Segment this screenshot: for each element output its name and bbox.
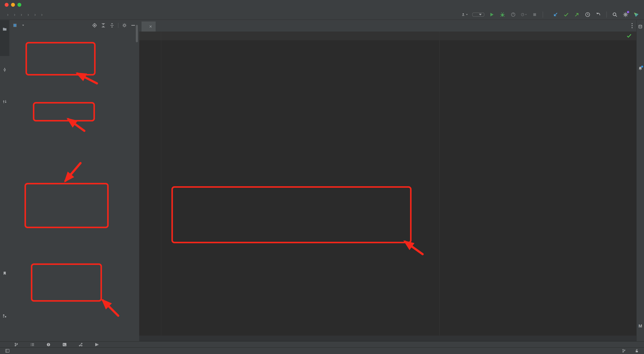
database-icon	[638, 25, 643, 29]
toolwindow-git[interactable]	[14, 342, 20, 347]
pull-requests-icon	[2, 99, 7, 104]
expand-all-icon[interactable]	[100, 23, 106, 28]
editor	[139, 20, 636, 341]
sidebar-item-structure[interactable]	[0, 311, 10, 318]
tool-window-bar	[0, 341, 644, 348]
layout-icon[interactable]	[5, 348, 10, 353]
settings-badge	[627, 11, 629, 13]
sidebar-item-bookmarks[interactable]	[0, 271, 10, 278]
search-icon[interactable]	[612, 11, 618, 18]
gutter-divider	[161, 32, 161, 335]
todo-list-icon	[30, 342, 34, 347]
gear-icon[interactable]	[122, 23, 127, 28]
services-icon	[94, 342, 99, 347]
inspections-ok-icon[interactable]	[626, 33, 632, 39]
sidebar-item-commit[interactable]	[0, 65, 10, 72]
main-area: M	[0, 20, 644, 341]
breadcrumb-separator: ›	[34, 12, 36, 17]
toolwindow-endpoints[interactable]	[78, 342, 85, 347]
toolbar-divider	[606, 12, 607, 18]
toolwindow-problems[interactable]	[46, 342, 53, 347]
coverage-button[interactable]	[510, 11, 516, 18]
header-divider	[118, 23, 118, 28]
window-title	[0, 0, 644, 10]
problems-icon	[46, 342, 51, 347]
sidebar-item-notifications[interactable]	[636, 66, 644, 73]
current-line-highlight	[139, 32, 636, 40]
title-bar	[0, 0, 644, 10]
project-panel-header	[10, 20, 139, 31]
breadcrumb-separator: ›	[7, 12, 8, 17]
debug-button[interactable]	[499, 11, 506, 18]
rollback-icon[interactable]	[595, 11, 602, 18]
code-area[interactable]	[139, 32, 636, 335]
make-icon: M	[638, 323, 642, 329]
sidebar-item-make[interactable]: M	[636, 323, 644, 331]
endpoints-icon	[78, 342, 83, 347]
editor-breadcrumb-bar[interactable]	[139, 335, 636, 341]
right-tool-stripe: M	[636, 20, 644, 341]
sidebar-item-project[interactable]	[0, 25, 10, 32]
right-margin-guide	[440, 32, 440, 335]
notifications-bell-icon	[638, 66, 643, 71]
sidebar-item-database[interactable]	[636, 25, 644, 31]
goland-window: › › › › › ›	[0, 0, 644, 354]
project-folder-icon	[2, 27, 7, 32]
user-icon[interactable]	[462, 11, 468, 18]
tree-scrollbar[interactable]	[136, 25, 138, 42]
toolwindow-terminal[interactable]	[62, 342, 69, 347]
breadcrumb-separator: ›	[21, 12, 22, 17]
breadcrumb-separator: ›	[41, 12, 42, 17]
main-toolbar: › › › › › ›	[0, 10, 644, 20]
breadcrumb: › › › › › ›	[4, 12, 47, 17]
structure-icon	[2, 314, 7, 318]
terminal-icon	[62, 342, 67, 347]
git-branch-icon	[14, 342, 18, 347]
commit-check-icon[interactable]	[563, 11, 570, 18]
tab-user-register-go[interactable]	[142, 22, 156, 32]
settings-gear-icon[interactable]	[622, 11, 629, 18]
hide-panel-icon[interactable]	[130, 23, 136, 28]
run-button[interactable]	[488, 11, 495, 18]
toolwindow-todo[interactable]	[30, 342, 36, 347]
toolwindow-services[interactable]	[94, 342, 101, 347]
commit-icon	[2, 68, 7, 72]
tab-options-kebab-icon[interactable]	[632, 23, 632, 28]
bookmark-icon	[2, 271, 7, 275]
git-branch-icon	[622, 349, 626, 353]
breadcrumb-separator: ›	[28, 12, 29, 17]
project-tree	[10, 31, 139, 341]
editor-tab-bar	[139, 20, 636, 32]
breadcrumb-separator: ›	[14, 12, 16, 17]
toolbar-divider	[543, 12, 543, 18]
sidebar-item-pull-requests[interactable]	[0, 97, 10, 104]
push-icon[interactable]	[574, 11, 580, 18]
code-with-me-icon[interactable]	[633, 11, 640, 18]
unlock-icon[interactable]	[634, 349, 639, 353]
profiler-button[interactable]	[520, 11, 527, 18]
chevron-down-icon[interactable]	[22, 25, 24, 26]
project-tool-window-icon	[13, 23, 17, 28]
close-tab-icon[interactable]	[149, 25, 152, 28]
project-panel	[10, 20, 140, 341]
collapse-all-icon[interactable]	[109, 23, 115, 28]
run-configuration-select[interactable]	[472, 13, 484, 17]
chevron-down-icon	[479, 14, 482, 16]
left-tool-stripe	[0, 20, 10, 341]
update-project-icon[interactable]	[552, 11, 559, 18]
locate-icon[interactable]	[92, 23, 97, 28]
git-branch-widget[interactable]	[622, 349, 627, 353]
stop-button[interactable]	[531, 11, 538, 18]
history-icon[interactable]	[584, 11, 591, 18]
status-bar	[0, 347, 644, 354]
